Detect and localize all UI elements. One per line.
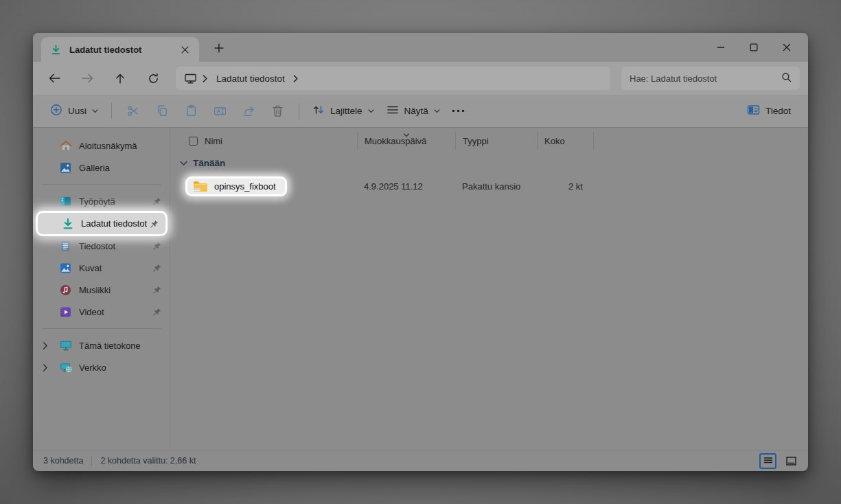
search-icon <box>781 72 792 85</box>
home-icon <box>59 139 72 152</box>
icons-view-toggle[interactable] <box>783 453 800 469</box>
cut-button[interactable] <box>119 99 148 124</box>
column-header-type[interactable]: Tyyppi <box>455 132 537 150</box>
downloads-icon <box>49 43 62 56</box>
pin-icon[interactable] <box>149 219 160 229</box>
chevron-down-icon <box>92 109 98 113</box>
copy-button[interactable] <box>148 99 176 124</box>
explorer-body: Aloitusnäkymä Galleria Työpöytä <box>33 128 808 450</box>
column-header-size[interactable]: Koko <box>537 132 594 150</box>
this-pc-icon <box>59 339 72 352</box>
plus-circle-icon <box>50 104 62 118</box>
file-row[interactable]: opinsys_fixboot 4.9.2025 11.12 Pakattu k… <box>184 174 808 198</box>
tab-title: Ladatut tiedostot <box>69 45 177 55</box>
select-all-checkbox[interactable] <box>189 137 198 146</box>
sidebar-item-home[interactable]: Aloitusnäkymä <box>33 135 170 157</box>
chevron-down-icon <box>434 109 440 113</box>
column-header-name[interactable]: Nimi <box>184 132 357 150</box>
command-toolbar: Uusi <box>33 95 808 128</box>
details-pane-icon <box>747 104 760 117</box>
music-icon <box>59 284 72 296</box>
network-icon <box>59 361 72 374</box>
navigation-bar: Ladatut tiedostot <box>33 62 808 95</box>
tutorial-backdrop: Ladatut tiedostot <box>0 0 841 504</box>
column-header-modified[interactable]: Muokkauspäivä <box>357 132 455 150</box>
new-button-label: Uusi <box>68 106 87 116</box>
sidebar-item-music[interactable]: Musiikki <box>33 279 170 301</box>
new-tab-button[interactable] <box>209 38 229 58</box>
file-size: 2 kt <box>537 181 594 192</box>
navigation-pane: Aloitusnäkymä Galleria Työpöytä <box>33 128 170 450</box>
documents-icon <box>59 240 72 252</box>
this-pc-icon[interactable] <box>184 72 197 84</box>
pin-icon[interactable] <box>152 263 163 273</box>
toolbar-divider <box>111 103 112 119</box>
file-explorer-window: Ladatut tiedostot <box>33 33 808 471</box>
expand-chevron-icon[interactable] <box>43 364 59 371</box>
file-modified: 4.9.2025 11.12 <box>357 181 455 192</box>
details-button-label: Tiedot <box>765 106 791 116</box>
address-bar[interactable]: Ladatut tiedostot <box>176 67 610 90</box>
sidebar-item-downloads[interactable]: Ladatut tiedostot <box>36 211 168 236</box>
sidebar-item-videos[interactable]: Videot <box>33 301 170 323</box>
search-box[interactable] <box>621 67 800 90</box>
view-lines-icon <box>387 104 399 117</box>
items-count: 3 kohdetta <box>43 456 83 466</box>
details-view-toggle[interactable] <box>759 453 776 469</box>
zip-folder-icon <box>193 181 208 192</box>
toolbar-divider <box>299 103 299 119</box>
sort-icon <box>312 104 325 118</box>
pin-icon[interactable] <box>152 196 163 206</box>
sidebar-item-gallery[interactable]: Galleria <box>33 157 170 179</box>
sidebar-divider <box>41 328 161 329</box>
search-input[interactable] <box>630 73 781 84</box>
sidebar-item-documents[interactable]: Tiedostot <box>33 235 170 257</box>
up-button[interactable] <box>110 68 130 89</box>
expand-chevron-icon[interactable] <box>43 342 59 350</box>
pin-icon[interactable] <box>152 241 163 251</box>
forward-button[interactable] <box>77 68 97 89</box>
refresh-button[interactable] <box>143 68 163 89</box>
pictures-icon <box>59 262 72 274</box>
group-collapse-chevron-icon[interactable] <box>180 161 187 166</box>
view-toggles <box>759 453 800 469</box>
delete-button[interactable] <box>263 99 292 124</box>
group-header-today[interactable]: Tänään <box>180 158 808 168</box>
sort-direction-icon <box>404 129 410 139</box>
chevron-down-icon <box>368 109 374 113</box>
paste-button[interactable] <box>176 99 205 124</box>
maximize-button[interactable] <box>742 37 765 58</box>
file-list-pane: Nimi Muokkauspäivä Tyyppi Koko <box>170 128 808 450</box>
sidebar-item-desktop[interactable]: Työpöytä <box>33 190 170 212</box>
pin-icon[interactable] <box>152 307 163 317</box>
status-divider <box>91 456 92 466</box>
breadcrumb-item[interactable]: Ladatut tiedostot <box>216 73 285 84</box>
close-button[interactable] <box>775 37 798 58</box>
selection-summary: 2 kohdetta valittu: 2,66 kt <box>100 456 196 466</box>
minimize-button[interactable] <box>709 37 733 58</box>
pin-icon[interactable] <box>152 285 163 295</box>
sidebar-divider <box>41 184 161 185</box>
tab-strip: Ladatut tiedostot <box>33 33 808 62</box>
rename-button[interactable] <box>205 99 234 124</box>
videos-icon <box>59 306 72 318</box>
explorer-tab[interactable]: Ladatut tiedostot <box>41 37 199 62</box>
sidebar-item-pictures[interactable]: Kuvat <box>33 257 170 279</box>
new-button[interactable]: Uusi <box>44 99 104 124</box>
share-button[interactable] <box>234 99 263 124</box>
sidebar-item-this-pc[interactable]: Tämä tietokone <box>33 334 170 356</box>
back-button[interactable] <box>44 68 65 89</box>
more-options-button[interactable] <box>446 99 471 124</box>
window-controls <box>709 33 798 62</box>
breadcrumb-chevron-icon[interactable] <box>293 75 299 82</box>
gallery-icon <box>59 161 72 174</box>
sort-button[interactable]: Lajittele <box>306 99 380 124</box>
desktop-icon <box>59 195 72 207</box>
details-button[interactable]: Tiedot <box>741 99 797 124</box>
view-button-label: Näytä <box>404 106 428 116</box>
tab-close-icon[interactable] <box>177 42 192 57</box>
sidebar-item-network[interactable]: Verkko <box>33 356 170 378</box>
status-bar: 3 kohdetta 2 kohdetta valittu: 2,66 kt <box>33 450 808 471</box>
highlighted-file[interactable]: opinsys_fixboot <box>185 176 287 196</box>
view-button[interactable]: Näytä <box>380 99 446 124</box>
